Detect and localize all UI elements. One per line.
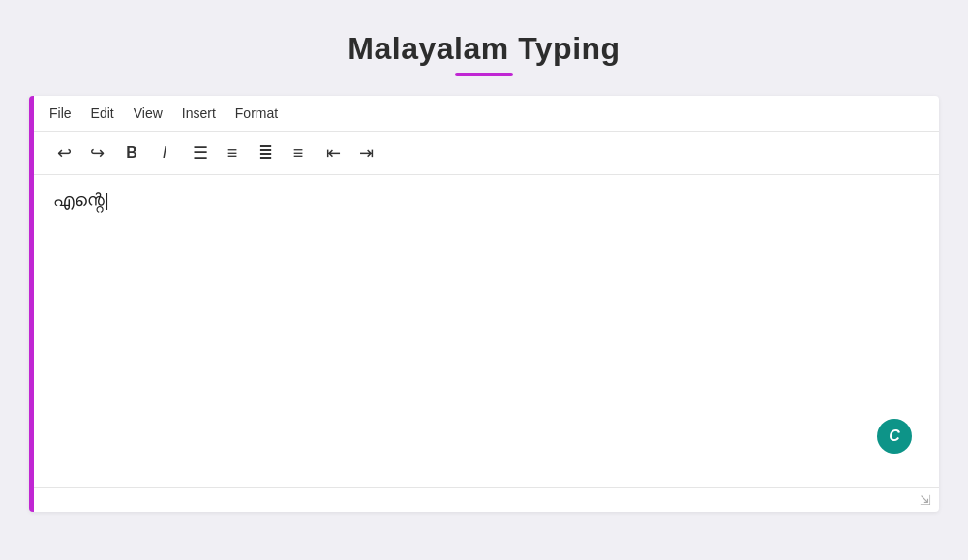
alignment-group: ☰ ≡ ≣ ≡	[185, 139, 313, 166]
title-underline	[455, 73, 513, 76]
floating-icon: C	[889, 427, 900, 445]
undo-redo-group: ↩ ↪	[49, 139, 111, 166]
bold-button[interactable]: B	[117, 139, 146, 166]
floating-action-button[interactable]: C	[877, 419, 912, 454]
menu-view[interactable]: View	[134, 105, 163, 121]
align-center-button[interactable]: ≡	[218, 139, 247, 166]
page-title: Malayalam Typing	[348, 31, 620, 67]
redo-button[interactable]: ↪	[82, 139, 111, 166]
menu-edit[interactable]: Edit	[91, 105, 114, 121]
indent-decrease-button[interactable]: ⇤	[318, 139, 348, 166]
menu-insert[interactable]: Insert	[182, 105, 216, 121]
editor-area[interactable]: എന്റെ|	[34, 175, 939, 487]
menu-bar: File Edit View Insert Format	[34, 96, 939, 132]
menu-file[interactable]: File	[49, 105, 72, 121]
italic-button[interactable]: I	[150, 139, 179, 166]
undo-button[interactable]: ↩	[49, 139, 78, 166]
editor-footer: ⇲	[34, 487, 939, 512]
align-left-button[interactable]: ☰	[185, 139, 214, 166]
toolbar: ↩ ↪ B I ☰ ≡ ≣ ≡ ⇤ ⇥	[34, 132, 939, 175]
align-right-button[interactable]: ≣	[251, 139, 280, 166]
text-format-group: B I	[117, 139, 179, 166]
indent-increase-button[interactable]: ⇥	[351, 139, 380, 166]
editor-container: File Edit View Insert Format ↩ ↪ B I ☰ ≡…	[29, 96, 939, 512]
editor-text: എന്റെ|	[53, 191, 109, 210]
menu-format[interactable]: Format	[235, 105, 278, 121]
indent-group: ⇤ ⇥	[318, 139, 380, 166]
resize-handle[interactable]: ⇲	[920, 492, 931, 508]
align-justify-button[interactable]: ≡	[284, 139, 313, 166]
